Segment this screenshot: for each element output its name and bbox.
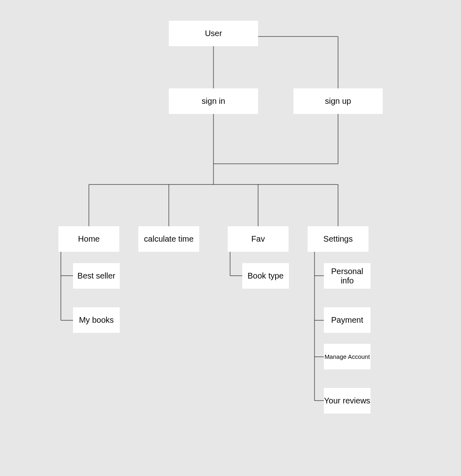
- node-best-seller: Best seller: [73, 263, 120, 289]
- node-home: Home: [58, 226, 119, 252]
- node-user: User: [169, 21, 258, 46]
- node-sign-in: sign in: [169, 88, 258, 114]
- node-personal-info: Personal info: [324, 263, 371, 289]
- node-my-books: My books: [73, 307, 120, 333]
- node-user-label: User: [205, 29, 222, 38]
- node-best-seller-label: Best seller: [78, 271, 115, 281]
- node-home-label: Home: [78, 234, 99, 244]
- node-your-reviews-label: Your reviews: [324, 396, 371, 405]
- node-settings: Settings: [308, 226, 368, 252]
- node-sign-in-label: sign in: [202, 96, 225, 106]
- node-calculate-time: calculate time: [138, 226, 199, 252]
- node-payment: Payment: [324, 307, 371, 333]
- node-sign-up-label: sign up: [325, 96, 351, 106]
- node-settings-label: Settings: [323, 234, 353, 244]
- node-calculate-time-label: calculate time: [144, 234, 194, 244]
- node-fav-label: Fav: [251, 234, 265, 244]
- node-personal-info-label: Personal info: [324, 267, 371, 285]
- node-manage-account-label: Manage Account: [325, 353, 370, 360]
- node-book-type-label: Book type: [248, 271, 284, 281]
- node-manage-account: Manage Account: [324, 344, 371, 369]
- node-payment-label: Payment: [331, 315, 363, 325]
- node-my-books-label: My books: [79, 315, 114, 325]
- node-book-type: Book type: [242, 263, 289, 289]
- node-your-reviews: Your reviews: [324, 388, 371, 414]
- node-sign-up: sign up: [293, 88, 383, 114]
- node-fav: Fav: [228, 226, 289, 252]
